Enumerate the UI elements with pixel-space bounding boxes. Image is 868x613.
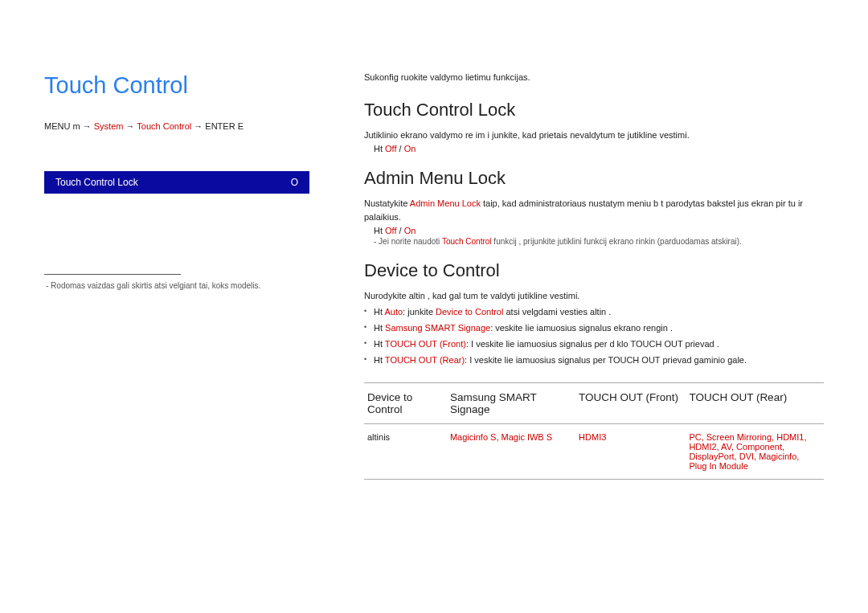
dtc-line-rear: Ht TOUCH OUT (Rear): I veskite lie iamuo… [364, 353, 824, 369]
device-table: Device to Control Samsung SMART Signage … [364, 382, 824, 480]
section-touch-control-lock-desc: Jutiklinio ekrano valdymo re im i junkit… [364, 129, 824, 142]
th-front: TOUCH OUT (Front) [575, 383, 686, 424]
page-title: Touch Control [44, 72, 309, 99]
table-header-row: Device to Control Samsung SMART Signage … [364, 383, 824, 424]
menu-path-p5: → ENTER E [191, 121, 244, 131]
menu-path: MENU m → System → Touch Control → ENTER … [44, 121, 309, 131]
td-signage-sources: Magicinfo S, Magic IWB S [447, 424, 575, 480]
dtc-prefix: Ht [374, 323, 385, 333]
aml-desc-hl: Admin Menu Lock [410, 198, 481, 208]
td-rear-sources-hl: PC, Screen Mirroring, HDMI1, HDMI2, AV, … [689, 432, 806, 471]
td-front-sources-hl: HDMI3 [579, 432, 606, 442]
dtc-rest: atsi velgdami vesties altin . [503, 307, 611, 317]
section-touch-control-lock-heading: Touch Control Lock [364, 100, 824, 121]
intro-text: Sukonfig ruokite valdymo lietimu funkcij… [364, 72, 824, 82]
menu-item-label: Touch Control Lock [55, 177, 138, 188]
opt-off: Off [385, 226, 396, 235]
dtc-hl2: Device to Control [436, 307, 503, 317]
td-rear-sources: PC, Screen Mirroring, HDMI1, HDMI2, AV, … [686, 424, 824, 480]
footnote-divider [44, 274, 181, 275]
dtc-prefix: Ht [374, 307, 384, 317]
dtc-line-auto: Ht Auto: junkite Device to Control atsi … [364, 304, 824, 321]
dtc-rest: : veskite lie iamuosius signalus ekrano … [490, 323, 673, 333]
menu-path-p1: MENU m → [44, 121, 94, 131]
section-admin-menu-lock-desc: Nustatykite Admin Menu Lock taip, kad ad… [364, 197, 824, 224]
aml-note-hl: Touch Control [442, 237, 492, 246]
dtc-hl: Samsung SMART Signage [385, 323, 490, 333]
dtc-hl: TOUCH OUT (Rear) [385, 355, 465, 365]
right-column: Sukonfig ruokite valdymo lietimu funkcij… [364, 72, 824, 581]
dtc-line-signage: Ht Samsung SMART Signage: veskite lie ia… [364, 321, 824, 337]
footnote-text: - Rodomas vaizdas gali skirtis atsi velg… [44, 281, 309, 290]
td-signage-sources-hl: Magicinfo S, Magic IWB S [450, 432, 552, 442]
td-front-sources: HDMI3 [575, 424, 686, 480]
th-device: Device to Control [364, 383, 447, 424]
footnote-content: Rodomas vaizdas gali skirtis atsi velgia… [51, 281, 260, 290]
aml-desc-p1: Nustatykite [364, 198, 410, 208]
menu-item-touch-control-lock[interactable]: Touch Control Lock O [44, 171, 309, 194]
dtc-hl: Auto [384, 307, 403, 317]
dtc-prefix: Ht [374, 339, 385, 349]
menu-path-touchcontrol: Touch Control [137, 121, 191, 131]
th-signage: Samsung SMART Signage [447, 383, 575, 424]
section-touch-control-lock-options: Ht Off / On [364, 144, 824, 153]
opt-sep: / [397, 226, 404, 235]
section-admin-menu-lock-note: - Jei norite naudoti Touch Control funkc… [364, 237, 824, 246]
th-rear: TOUCH OUT (Rear) [686, 383, 824, 424]
dtc-hl: TOUCH OUT (Front) [385, 339, 466, 349]
section-device-to-control-desc: Nurodykite altin , kad gal tum te valdyt… [364, 289, 824, 303]
dtc-rest: : I veskite lie iamuosius signalus per T… [465, 355, 747, 365]
opt-sep: / [397, 144, 404, 153]
opt-prefix: Ht [374, 144, 385, 153]
dtc-rest: : I veskite lie iamuosius signalus per d… [466, 339, 719, 349]
dtc-prefix: Ht [374, 355, 385, 365]
section-admin-menu-lock-options: Ht Off / On [364, 226, 824, 235]
opt-on: On [404, 226, 416, 235]
opt-on: On [404, 144, 416, 153]
menu-item-value: O [291, 177, 298, 188]
dtc-mid: : junkite [403, 307, 436, 317]
menu-path-p3: → [123, 121, 137, 131]
aml-note-p2: funkcij , prijunkite jutiklini funkcij e… [492, 237, 742, 246]
table-row: altinis Magicinfo S, Magic IWB S HDMI3 P… [364, 424, 824, 480]
section-admin-menu-lock-heading: Admin Menu Lock [364, 168, 824, 189]
opt-prefix: Ht [374, 226, 385, 235]
section-device-to-control-heading: Device to Control [364, 260, 824, 281]
dtc-line-front: Ht TOUCH OUT (Front): I veskite lie iamu… [364, 337, 824, 353]
menu-path-system: System [94, 121, 124, 131]
left-column: Touch Control MENU m → System → Touch Co… [44, 72, 309, 581]
opt-off: Off [385, 144, 396, 153]
aml-note-p1: Jei norite naudoti [379, 237, 442, 246]
td-source-label: altinis [364, 424, 447, 480]
